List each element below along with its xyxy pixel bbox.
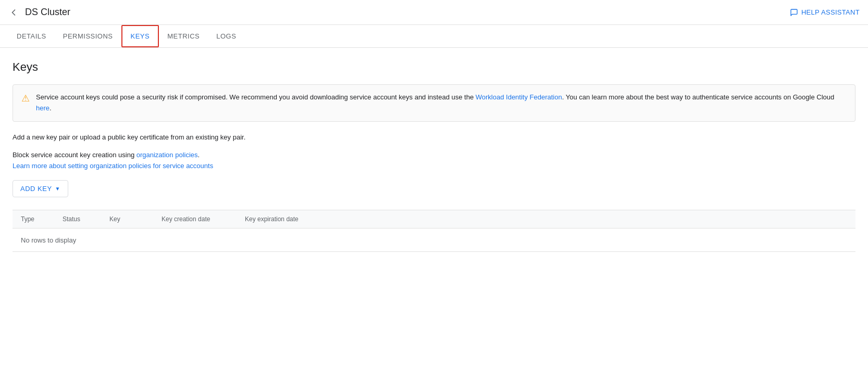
add-key-button[interactable]: ADD KEY ▼ <box>13 180 68 197</box>
keys-title: Keys <box>13 60 855 74</box>
tab-logs[interactable]: LOGS <box>208 25 244 47</box>
table-header: Type Status Key Key creation date Key ex… <box>13 210 855 228</box>
help-assistant-icon <box>790 8 798 17</box>
col-header-key: Key <box>109 215 162 223</box>
add-key-label: ADD KEY <box>20 185 52 193</box>
org-policies-period: . <box>198 151 200 159</box>
tab-permissions[interactable]: PERMISSIONS <box>55 25 121 47</box>
warning-text-after: . You can learn more about the best way … <box>562 93 835 101</box>
learn-more-link[interactable]: Learn more about setting organization po… <box>13 162 855 170</box>
help-assistant-button[interactable]: HELP ASSISTANT <box>790 8 860 17</box>
tab-details[interactable]: DETAILS <box>8 25 55 47</box>
header-left: DS Cluster <box>8 7 70 18</box>
content-area: Keys ⚠ Service account keys could pose a… <box>0 48 868 264</box>
here-link[interactable]: here <box>36 104 49 112</box>
tabs-bar: DETAILS PERMISSIONS KEYS METRICS LOGS <box>0 25 868 48</box>
org-policies-link[interactable]: organization policies <box>137 151 198 159</box>
col-header-status: Status <box>63 215 109 223</box>
help-assistant-label: HELP ASSISTANT <box>801 8 860 16</box>
col-header-expiration: Key expiration date <box>245 215 328 223</box>
block-text-before: Block service account key creation using <box>13 151 137 159</box>
back-button[interactable] <box>8 7 19 18</box>
warning-text: Service account keys could pose a securi… <box>36 92 847 114</box>
warning-period: . <box>49 104 52 112</box>
col-header-creation: Key creation date <box>162 215 245 223</box>
tab-keys[interactable]: KEYS <box>121 25 159 47</box>
description-text: Add a new key pair or upload a public ke… <box>13 132 855 143</box>
table-body: No rows to display <box>13 228 855 251</box>
warning-banner: ⚠ Service account keys could pose a secu… <box>13 84 855 122</box>
header: DS Cluster HELP ASSISTANT <box>0 0 868 25</box>
no-rows-message: No rows to display <box>21 236 76 244</box>
warning-icon: ⚠ <box>21 93 30 104</box>
col-header-type: Type <box>21 215 63 223</box>
dropdown-arrow-icon: ▼ <box>55 186 60 192</box>
workload-identity-link[interactable]: Workload Identity Federation <box>476 93 562 101</box>
block-text: Block service account key creation using… <box>13 151 855 159</box>
keys-table: Type Status Key Key creation date Key ex… <box>13 210 855 252</box>
warning-text-before: Service account keys could pose a securi… <box>36 93 476 101</box>
tab-metrics[interactable]: METRICS <box>159 25 208 47</box>
page-title: DS Cluster <box>25 7 70 18</box>
